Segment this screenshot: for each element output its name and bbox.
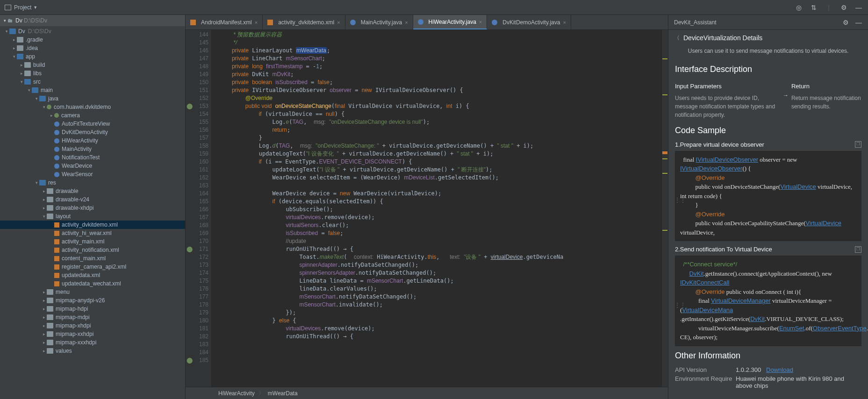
- tree-item[interactable]: main: [0, 86, 185, 94]
- api-version-value: 1.0.2.300: [736, 366, 761, 373]
- tree-item[interactable]: mipmap-hdpi: [0, 305, 185, 313]
- back-icon[interactable]: 〈: [674, 34, 680, 42]
- tree-item[interactable]: DvKitDemoActivity: [0, 128, 185, 136]
- tree-item[interactable]: AutoFitTextureView: [0, 120, 185, 128]
- editor-tab[interactable]: MainActivity.java×: [345, 15, 413, 29]
- tree-item[interactable]: content_main.xml: [0, 254, 185, 263]
- tree-item[interactable]: updatedata.xml: [0, 271, 185, 279]
- return-text: Return message notification sending resu…: [791, 94, 861, 111]
- tree-item[interactable]: drawable: [0, 187, 185, 195]
- grip-icon[interactable]: ⋮⋮: [674, 301, 686, 309]
- editor-tab[interactable]: DvKitDemoActivity.java×: [487, 15, 571, 29]
- interface-heading: Interface Description: [675, 64, 861, 74]
- tree-item[interactable]: HiWearActivity: [0, 136, 185, 145]
- code-sample-2: ⋮⋮ /**Connect service*/ DvKit.getInstanc…: [675, 256, 861, 346]
- panel-title: DevKit_Assistant: [674, 19, 717, 26]
- breadcrumb-member[interactable]: mWearData: [268, 390, 298, 397]
- tree-item[interactable]: WearSensor: [0, 170, 185, 178]
- tree-item[interactable]: .idea: [0, 44, 185, 52]
- divider-icon: |: [825, 4, 832, 11]
- tree-item[interactable]: build: [0, 61, 185, 69]
- tree-item[interactable]: java: [0, 94, 185, 103]
- sort-icon[interactable]: ⇅: [810, 4, 818, 11]
- folder-icon: 🖿: [7, 17, 13, 24]
- code-editor[interactable]: * 预留数据展示容器 */ private LinearLayout mWear…: [212, 30, 661, 387]
- chevron-down-icon: ▼: [33, 5, 37, 10]
- project-dropdown[interactable]: Project ▼: [0, 0, 42, 14]
- project-path: D:\DS\Dv: [24, 17, 47, 24]
- devkit-panel: DevKit_Assistant ⚙ — 〈 DeviceVirtualizat…: [668, 15, 868, 399]
- chevron-down-icon: ▾: [4, 18, 6, 23]
- close-icon[interactable]: ×: [337, 20, 340, 25]
- tree-item[interactable]: activity_notification.xml: [0, 246, 185, 254]
- tree-item[interactable]: libs: [0, 69, 185, 78]
- line-gutter: 144145146147148149150151152⬤153154155156…: [186, 30, 212, 387]
- tree-item[interactable]: res: [0, 178, 185, 187]
- tree-item[interactable]: mipmap-xxxhdpi: [0, 338, 185, 347]
- target-icon[interactable]: ◎: [795, 4, 803, 11]
- editor-tab[interactable]: activity_dvkitdemo.xml×: [263, 15, 345, 29]
- tree-item[interactable]: mipmap-anydpi-v26: [0, 296, 185, 305]
- tree-item[interactable]: drawable-v24: [0, 195, 185, 204]
- panel-note: Users can use it to send message notific…: [668, 46, 868, 61]
- minimize-icon[interactable]: —: [855, 19, 862, 26]
- tree-item[interactable]: camera: [0, 111, 185, 120]
- editor-tab[interactable]: HiWearActivity.java×: [413, 15, 488, 29]
- minimap[interactable]: [661, 30, 668, 387]
- tree-item[interactable]: drawable-xhdpi: [0, 204, 185, 212]
- breadcrumb[interactable]: HiWearActivity 〉 mWearData: [186, 387, 668, 399]
- grip-icon[interactable]: ⋮⋮: [674, 196, 686, 204]
- tree-item[interactable]: NotificationTest: [0, 153, 185, 162]
- other-info-heading: Other Information: [675, 351, 861, 361]
- api-version-label: API Version: [675, 366, 736, 373]
- project-tree[interactable]: DvD:\DS\Dv.gradle.ideaappbuildlibssrcmai…: [0, 26, 185, 399]
- close-icon[interactable]: ×: [479, 19, 482, 25]
- tree-item[interactable]: MainActivity: [0, 145, 185, 153]
- close-icon[interactable]: ×: [255, 20, 258, 25]
- tree-item[interactable]: src: [0, 78, 185, 86]
- gear-icon[interactable]: ⚙: [842, 19, 849, 26]
- minimize-icon[interactable]: —: [855, 4, 862, 11]
- return-arrow-icon: →: [783, 91, 789, 100]
- tree-item[interactable]: mipmap-xxhdpi: [0, 330, 185, 338]
- tree-item[interactable]: DvD:\DS\Dv: [0, 27, 185, 36]
- copy-icon[interactable]: ❐: [855, 141, 861, 148]
- env-require-label: Environment Require: [675, 375, 736, 389]
- copy-icon[interactable]: ❐: [855, 246, 861, 253]
- project-label: Project: [14, 4, 31, 11]
- tree-item[interactable]: app: [0, 52, 185, 61]
- panel-subtitle: DeviceVirtualization Details: [683, 34, 762, 42]
- return-heading: Return: [791, 82, 861, 91]
- gear-icon[interactable]: ⚙: [840, 4, 847, 11]
- close-icon[interactable]: ×: [405, 20, 408, 25]
- tree-item[interactable]: menu: [0, 288, 185, 296]
- tree-item[interactable]: activity_main.xml: [0, 237, 185, 246]
- input-params-text: Users needs to provide device ID, messag…: [675, 94, 783, 119]
- tree-item[interactable]: .gradle: [0, 36, 185, 44]
- close-icon[interactable]: ×: [563, 20, 566, 25]
- code-sample-1: ⋮⋮ final IVirtualDeviceObserver observer…: [675, 151, 861, 242]
- tree-item[interactable]: com.huawei.dvkitdemo: [0, 103, 185, 111]
- project-sidebar: ▾ 🖿 Dv D:\DS\Dv DvD:\DS\Dv.gradle.ideaap…: [0, 15, 186, 399]
- tree-item[interactable]: mipmap-mdpi: [0, 313, 185, 321]
- input-params-heading: Input Parameters: [675, 82, 783, 91]
- tree-item[interactable]: activity_dvkitdemo.xml: [0, 221, 185, 229]
- sample-1-title: 1.Prepare virtual device observer: [675, 141, 764, 148]
- editor-tabs[interactable]: AndroidManifest.xml×activity_dvkitdemo.x…: [186, 15, 668, 30]
- env-require-value: Huawei mobile phone with Kirin 980 and a…: [736, 375, 861, 389]
- tree-item[interactable]: layout: [0, 212, 185, 221]
- tree-item[interactable]: values: [0, 347, 185, 355]
- tree-item[interactable]: updatedata_wechat.xml: [0, 279, 185, 288]
- path-bar[interactable]: ▾ 🖿 Dv D:\DS\Dv: [0, 15, 185, 26]
- sample-2-title: 2.Send notification To Virtual Device: [675, 246, 772, 253]
- tree-item[interactable]: mipmap-xhdpi: [0, 321, 185, 330]
- breadcrumb-class[interactable]: HiWearActivity: [218, 390, 255, 397]
- breadcrumb-sep: 〉: [258, 389, 264, 397]
- tree-item[interactable]: activity_hi_wear.xml: [0, 229, 185, 237]
- editor-tab[interactable]: AndroidManifest.xml×: [186, 15, 263, 29]
- tree-item[interactable]: register_camera_api2.xml: [0, 263, 185, 271]
- download-link[interactable]: Download: [766, 366, 793, 373]
- code-sample-heading: Code Sample: [675, 126, 861, 135]
- tree-item[interactable]: WearDevice: [0, 162, 185, 170]
- project-icon: [5, 5, 11, 10]
